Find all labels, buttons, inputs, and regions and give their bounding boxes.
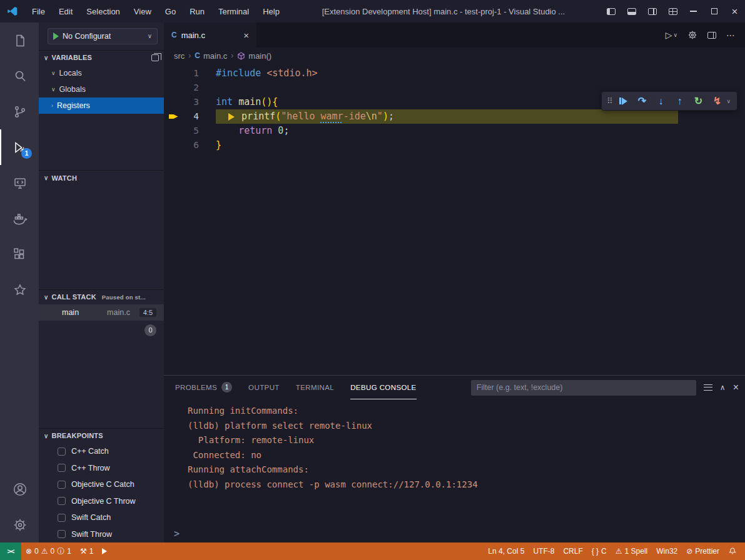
step-into-button[interactable]: ↓ xyxy=(653,93,669,109)
menu-item[interactable]: Go xyxy=(158,0,183,22)
platform-item[interactable]: Win32 xyxy=(652,542,682,560)
info-count: 1 xyxy=(67,547,71,556)
accounts-button[interactable] xyxy=(0,471,39,507)
activity-docker-button[interactable] xyxy=(0,201,39,236)
stack-frame-row[interactable]: main main.c 4:5 xyxy=(39,304,164,321)
breakpoint-row[interactable]: Swift Throw xyxy=(39,526,164,542)
breakpoint-row[interactable]: Objective C Catch xyxy=(39,476,164,493)
watch-section-header[interactable]: ∨ WATCH xyxy=(39,171,164,185)
breadcrumb-main-c[interactable]: C main.c xyxy=(195,51,227,61)
activity-run-debug-button[interactable]: 1 xyxy=(0,129,39,165)
launch-configuration-dropdown[interactable]: No Configurat ∨ xyxy=(48,28,158,44)
breakpoint-checkbox[interactable] xyxy=(58,481,66,489)
activity-explorer-button[interactable] xyxy=(0,22,39,58)
formatter-item[interactable]: ⊘ Prettier xyxy=(682,542,724,560)
step-over-button[interactable]: ↷ xyxy=(634,93,651,109)
breakpoint-checkbox[interactable] xyxy=(58,514,66,522)
close-window-button[interactable]: × xyxy=(724,0,745,22)
code-line[interactable]: 1#include <stdio.h> xyxy=(164,66,745,81)
formatter-label: Prettier xyxy=(695,547,719,556)
variables-section-header[interactable]: ∨ VARIABLES xyxy=(39,51,164,65)
breakpoint-checkbox[interactable] xyxy=(58,464,66,472)
editor-settings-button[interactable] xyxy=(684,28,701,42)
step-into-icon: ↓ xyxy=(659,96,664,107)
breakpoints-title: BREAKPOINTS xyxy=(52,432,103,439)
activity-favorites-button[interactable] xyxy=(0,272,39,308)
menu-item[interactable]: View xyxy=(127,0,158,22)
breakpoint-row[interactable]: C++ Catch xyxy=(39,443,164,460)
activity-remote-explorer-button[interactable] xyxy=(0,165,39,201)
customize-layout-button[interactable] xyxy=(662,0,683,22)
cursor-position-item[interactable]: Ln 4, Col 5 xyxy=(484,542,529,560)
close-tab-icon[interactable]: × xyxy=(243,30,249,41)
chevron-down-icon[interactable]: ∨ xyxy=(727,98,731,104)
debug-console-output[interactable]: Running initCommands: (lldb) platform se… xyxy=(164,399,745,525)
maximize-panel-button[interactable]: ∧ xyxy=(720,383,726,392)
breakpoints-section-header[interactable]: ∨ BREAKPOINTS xyxy=(39,429,164,443)
activity-extensions-button[interactable] xyxy=(0,236,39,272)
drag-grip-icon[interactable]: ⠿ xyxy=(607,96,613,106)
tab-problems[interactable]: PROBLEMS 1 xyxy=(175,376,232,399)
toggle-primary-sidebar-button[interactable] xyxy=(601,0,621,22)
toggle-secondary-sidebar-button[interactable] xyxy=(642,0,662,22)
code-line-content: printf("hello wamr-ide\n"); xyxy=(216,109,678,124)
breakpoint-row[interactable]: C++ Throw xyxy=(39,459,164,476)
tab-output[interactable]: OUTPUT xyxy=(248,376,280,399)
eol-item[interactable]: CRLF xyxy=(559,542,587,560)
menu-item[interactable]: Help xyxy=(256,0,286,22)
breakpoint-checkbox[interactable] xyxy=(58,497,66,505)
spell-checker-item[interactable]: ⚠ 1 Spell xyxy=(611,542,652,560)
code-line[interactable]: 5 return 0; xyxy=(164,124,745,138)
toggle-panel-button[interactable] xyxy=(621,0,642,22)
code-line[interactable]: 4 printf("hello wamr-ide\n"); xyxy=(164,109,745,124)
menu-item[interactable]: Terminal xyxy=(211,0,256,22)
problems-status-item[interactable]: ⊗ 0 ⚠ 0 ⓘ 1 xyxy=(21,542,76,560)
tab-debug-console[interactable]: DEBUG CONSOLE xyxy=(350,376,417,399)
close-panel-button[interactable]: × xyxy=(733,382,739,393)
menu-item[interactable]: Run xyxy=(183,0,211,22)
disconnect-button[interactable]: ↯ xyxy=(709,93,726,109)
split-editor-button[interactable] xyxy=(704,29,720,41)
remote-indicator[interactable]: >< xyxy=(0,542,21,560)
maximize-button[interactable] xyxy=(704,0,724,22)
console-options-button[interactable] xyxy=(704,384,712,391)
chevron-down-icon: ∨ xyxy=(44,294,49,301)
console-prompt-row[interactable]: > xyxy=(164,525,745,542)
window-title: [Extension Development Host] main.c - te… xyxy=(286,0,601,22)
tab-main-c[interactable]: C main.c × xyxy=(164,22,256,48)
breadcrumb-src[interactable]: src xyxy=(174,51,185,61)
call-stack-section-header[interactable]: ∨ CALL STACK Paused on st... xyxy=(39,290,164,304)
debug-status-item[interactable] xyxy=(98,542,111,560)
tab-terminal[interactable]: TERMINAL xyxy=(296,376,334,399)
code-editor[interactable]: 1#include <stdio.h>23int main(){4 printf… xyxy=(164,64,745,375)
settings-button[interactable] xyxy=(0,507,39,542)
activity-search-button[interactable] xyxy=(0,58,39,94)
variables-item-registers[interactable]: › Registers xyxy=(39,98,164,114)
collapse-all-icon[interactable] xyxy=(151,54,159,61)
breakpoint-checkbox[interactable] xyxy=(58,530,66,538)
menu-item[interactable]: Edit xyxy=(52,0,79,22)
current-execution-arrow[interactable] xyxy=(164,113,183,120)
menu-item[interactable]: Selection xyxy=(79,0,126,22)
code-line[interactable]: 6} xyxy=(164,138,745,152)
toolchain-status-item[interactable]: ⚒ 1 xyxy=(76,542,98,560)
language-mode-item[interactable]: { } C xyxy=(587,542,611,560)
console-filter-input[interactable] xyxy=(471,380,696,396)
run-or-debug-button[interactable]: ▷∨ xyxy=(662,28,681,42)
variables-item-locals[interactable]: ∨ Locals xyxy=(39,65,164,81)
minimize-button[interactable] xyxy=(683,0,704,22)
breakpoint-checkbox[interactable] xyxy=(58,448,66,456)
restart-button[interactable]: ↻ xyxy=(691,93,707,109)
continue-button[interactable] xyxy=(616,93,632,109)
activity-source-control-button[interactable] xyxy=(0,94,39,129)
breakpoint-row[interactable]: Swift Catch xyxy=(39,509,164,526)
breakpoint-row[interactable]: Objective C Throw xyxy=(39,492,164,509)
encoding-item[interactable]: UTF-8 xyxy=(529,542,559,560)
breadcrumb-main-symbol[interactable]: main() xyxy=(237,51,271,61)
step-out-button[interactable]: ↑ xyxy=(672,93,688,109)
more-actions-button[interactable]: ⋯ xyxy=(722,28,739,42)
disconnect-icon: ↯ xyxy=(713,95,721,107)
menu-item[interactable]: File xyxy=(25,0,52,22)
notifications-item[interactable] xyxy=(724,542,741,560)
variables-item-globals[interactable]: ∨ Globals xyxy=(39,81,164,98)
